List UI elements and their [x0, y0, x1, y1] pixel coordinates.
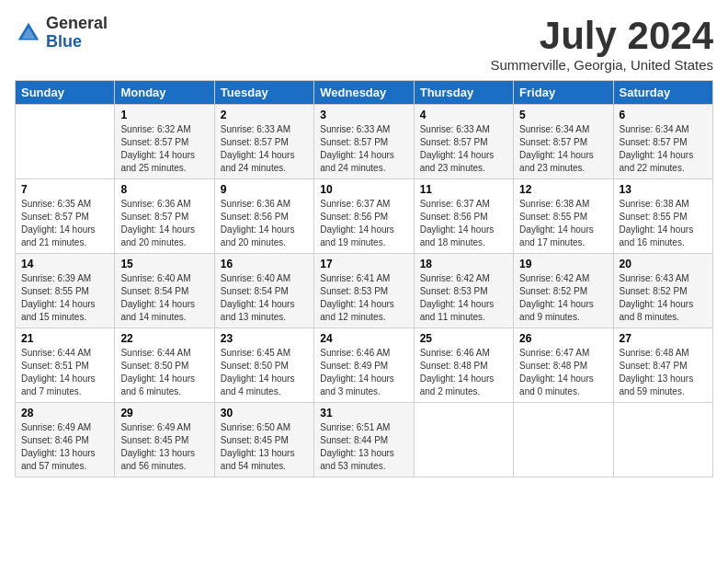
- calendar-cell: 7Sunrise: 6:35 AM Sunset: 8:57 PM Daylig…: [16, 179, 115, 254]
- day-info: Sunrise: 6:37 AM Sunset: 8:56 PM Dayligh…: [420, 198, 507, 249]
- logo: General Blue: [15, 15, 108, 52]
- title-block: July 2024 Summerville, Georgia, United S…: [490, 15, 713, 73]
- logo-icon: [15, 19, 42, 47]
- calendar-cell: 31Sunrise: 6:51 AM Sunset: 8:44 PM Dayli…: [314, 403, 414, 477]
- day-number: 28: [21, 407, 108, 419]
- day-number: 19: [519, 258, 607, 270]
- day-info: Sunrise: 6:34 AM Sunset: 8:57 PM Dayligh…: [519, 123, 607, 175]
- day-number: 14: [21, 258, 108, 270]
- logo-blue: Blue: [46, 32, 82, 51]
- weekday-header: Wednesday: [314, 81, 414, 105]
- calendar-week-row: 28Sunrise: 6:49 AM Sunset: 8:46 PM Dayli…: [16, 403, 713, 477]
- day-info: Sunrise: 6:46 AM Sunset: 8:48 PM Dayligh…: [420, 347, 507, 398]
- day-number: 20: [620, 258, 707, 270]
- day-info: Sunrise: 6:34 AM Sunset: 8:57 PM Dayligh…: [620, 123, 707, 175]
- location: Summerville, Georgia, United States: [490, 57, 713, 73]
- calendar-cell: 5Sunrise: 6:34 AM Sunset: 8:57 PM Daylig…: [514, 105, 613, 179]
- calendar-cell: 26Sunrise: 6:47 AM Sunset: 8:48 PM Dayli…: [514, 328, 613, 403]
- calendar-cell: 22Sunrise: 6:44 AM Sunset: 8:50 PM Dayli…: [115, 328, 214, 403]
- weekday-header: Friday: [514, 81, 613, 105]
- day-number: 2: [221, 109, 308, 121]
- day-info: Sunrise: 6:45 AM Sunset: 8:50 PM Dayligh…: [221, 347, 308, 398]
- day-info: Sunrise: 6:38 AM Sunset: 8:55 PM Dayligh…: [519, 198, 607, 249]
- day-info: Sunrise: 6:33 AM Sunset: 8:57 PM Dayligh…: [420, 123, 507, 175]
- day-info: Sunrise: 6:42 AM Sunset: 8:52 PM Dayligh…: [519, 272, 607, 324]
- calendar-header-row: SundayMondayTuesdayWednesdayThursdayFrid…: [16, 81, 713, 105]
- day-number: 31: [320, 407, 407, 419]
- logo-text: General Blue: [46, 15, 108, 52]
- calendar-cell: 18Sunrise: 6:42 AM Sunset: 8:53 PM Dayli…: [414, 254, 513, 328]
- calendar-cell: 24Sunrise: 6:46 AM Sunset: 8:49 PM Dayli…: [314, 328, 414, 403]
- day-number: 6: [620, 109, 707, 121]
- weekday-header: Sunday: [16, 81, 115, 105]
- day-number: 3: [320, 109, 407, 121]
- calendar-cell: 23Sunrise: 6:45 AM Sunset: 8:50 PM Dayli…: [214, 328, 313, 403]
- day-info: Sunrise: 6:38 AM Sunset: 8:55 PM Dayligh…: [620, 198, 707, 249]
- day-info: Sunrise: 6:46 AM Sunset: 8:49 PM Dayligh…: [320, 347, 407, 398]
- calendar-cell: 17Sunrise: 6:41 AM Sunset: 8:53 PM Dayli…: [314, 254, 414, 328]
- calendar-cell: 16Sunrise: 6:40 AM Sunset: 8:54 PM Dayli…: [214, 254, 313, 328]
- day-info: Sunrise: 6:39 AM Sunset: 8:55 PM Dayligh…: [21, 272, 108, 324]
- day-number: 8: [120, 183, 208, 196]
- calendar-cell: 28Sunrise: 6:49 AM Sunset: 8:46 PM Dayli…: [16, 403, 115, 477]
- day-number: 18: [420, 258, 507, 270]
- day-info: Sunrise: 6:41 AM Sunset: 8:53 PM Dayligh…: [320, 272, 407, 324]
- calendar-cell: 1Sunrise: 6:32 AM Sunset: 8:57 PM Daylig…: [115, 105, 214, 179]
- day-number: 27: [620, 332, 707, 345]
- day-info: Sunrise: 6:50 AM Sunset: 8:45 PM Dayligh…: [221, 421, 308, 473]
- day-number: 26: [519, 332, 607, 345]
- calendar-week-row: 21Sunrise: 6:44 AM Sunset: 8:51 PM Dayli…: [16, 328, 713, 403]
- calendar-cell: 13Sunrise: 6:38 AM Sunset: 8:55 PM Dayli…: [613, 179, 712, 254]
- day-info: Sunrise: 6:44 AM Sunset: 8:51 PM Dayligh…: [21, 347, 108, 398]
- day-info: Sunrise: 6:44 AM Sunset: 8:50 PM Dayligh…: [120, 347, 208, 398]
- day-info: Sunrise: 6:40 AM Sunset: 8:54 PM Dayligh…: [221, 272, 308, 324]
- day-number: 1: [120, 109, 208, 121]
- calendar-cell: 4Sunrise: 6:33 AM Sunset: 8:57 PM Daylig…: [414, 105, 513, 179]
- day-number: 10: [320, 183, 407, 196]
- day-info: Sunrise: 6:51 AM Sunset: 8:44 PM Dayligh…: [320, 421, 407, 473]
- day-info: Sunrise: 6:48 AM Sunset: 8:47 PM Dayligh…: [620, 347, 707, 398]
- day-info: Sunrise: 6:43 AM Sunset: 8:52 PM Dayligh…: [620, 272, 707, 324]
- calendar-table: SundayMondayTuesdayWednesdayThursdayFrid…: [15, 80, 713, 477]
- calendar-cell: [16, 105, 115, 179]
- weekday-header: Thursday: [414, 81, 513, 105]
- month-title: July 2024: [490, 15, 713, 57]
- day-info: Sunrise: 6:49 AM Sunset: 8:45 PM Dayligh…: [120, 421, 208, 473]
- day-info: Sunrise: 6:49 AM Sunset: 8:46 PM Dayligh…: [21, 421, 108, 473]
- weekday-header: Tuesday: [214, 81, 313, 105]
- calendar-cell: 12Sunrise: 6:38 AM Sunset: 8:55 PM Dayli…: [514, 179, 613, 254]
- calendar-cell: 29Sunrise: 6:49 AM Sunset: 8:45 PM Dayli…: [115, 403, 214, 477]
- day-info: Sunrise: 6:33 AM Sunset: 8:57 PM Dayligh…: [221, 123, 308, 175]
- calendar-cell: 20Sunrise: 6:43 AM Sunset: 8:52 PM Dayli…: [613, 254, 712, 328]
- day-number: 9: [221, 183, 308, 196]
- day-number: 13: [620, 183, 707, 196]
- calendar-week-row: 1Sunrise: 6:32 AM Sunset: 8:57 PM Daylig…: [16, 105, 713, 179]
- day-info: Sunrise: 6:42 AM Sunset: 8:53 PM Dayligh…: [420, 272, 507, 324]
- calendar-cell: 15Sunrise: 6:40 AM Sunset: 8:54 PM Dayli…: [115, 254, 214, 328]
- calendar-cell: 27Sunrise: 6:48 AM Sunset: 8:47 PM Dayli…: [613, 328, 712, 403]
- day-number: 11: [420, 183, 507, 196]
- calendar-cell: 3Sunrise: 6:33 AM Sunset: 8:57 PM Daylig…: [314, 105, 414, 179]
- day-number: 24: [320, 332, 407, 345]
- calendar-cell: 2Sunrise: 6:33 AM Sunset: 8:57 PM Daylig…: [214, 105, 313, 179]
- day-number: 12: [519, 183, 607, 196]
- day-number: 25: [420, 332, 507, 345]
- day-info: Sunrise: 6:37 AM Sunset: 8:56 PM Dayligh…: [320, 198, 407, 249]
- calendar-body: 1Sunrise: 6:32 AM Sunset: 8:57 PM Daylig…: [16, 105, 713, 477]
- day-info: Sunrise: 6:32 AM Sunset: 8:57 PM Dayligh…: [120, 123, 208, 175]
- day-info: Sunrise: 6:36 AM Sunset: 8:56 PM Dayligh…: [221, 198, 308, 249]
- calendar-cell: 11Sunrise: 6:37 AM Sunset: 8:56 PM Dayli…: [414, 179, 513, 254]
- calendar-cell: 6Sunrise: 6:34 AM Sunset: 8:57 PM Daylig…: [613, 105, 712, 179]
- day-info: Sunrise: 6:47 AM Sunset: 8:48 PM Dayligh…: [519, 347, 607, 398]
- calendar-cell: 10Sunrise: 6:37 AM Sunset: 8:56 PM Dayli…: [314, 179, 414, 254]
- day-number: 21: [21, 332, 108, 345]
- calendar-cell: [514, 403, 613, 477]
- day-number: 15: [120, 258, 208, 270]
- calendar-week-row: 14Sunrise: 6:39 AM Sunset: 8:55 PM Dayli…: [16, 254, 713, 328]
- day-number: 4: [420, 109, 507, 121]
- day-info: Sunrise: 6:35 AM Sunset: 8:57 PM Dayligh…: [21, 198, 108, 249]
- day-number: 22: [120, 332, 208, 345]
- calendar-cell: 9Sunrise: 6:36 AM Sunset: 8:56 PM Daylig…: [214, 179, 313, 254]
- day-number: 23: [221, 332, 308, 345]
- logo-general: General: [46, 14, 108, 32]
